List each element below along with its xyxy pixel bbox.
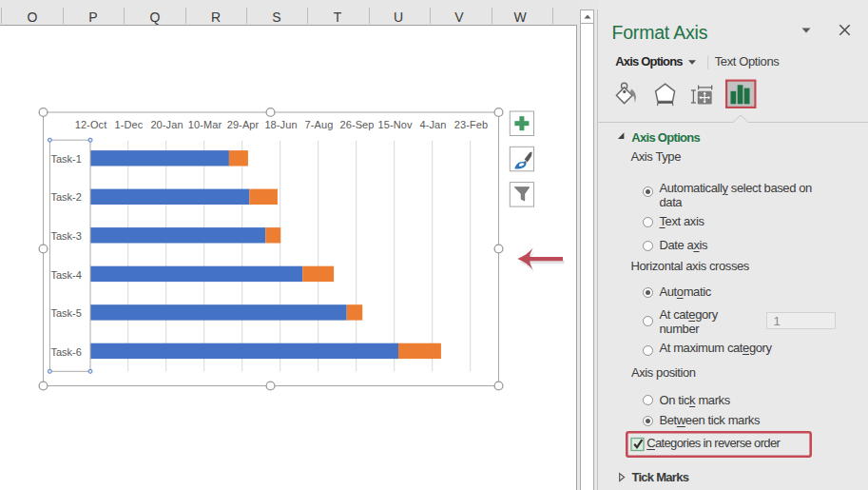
svg-text:7-Aug: 7-Aug xyxy=(305,119,334,130)
svg-text:1-Dec: 1-Dec xyxy=(115,119,144,130)
svg-text:Task-2: Task-2 xyxy=(51,191,82,203)
svg-text:15-Nov: 15-Nov xyxy=(377,119,412,130)
svg-text:Task-3: Task-3 xyxy=(51,230,82,242)
svg-text:23-Feb: 23-Feb xyxy=(454,119,488,130)
svg-text:Task-1: Task-1 xyxy=(51,153,82,165)
svg-text:29-Apr: 29-Apr xyxy=(227,119,260,130)
svg-text:Task-4: Task-4 xyxy=(51,269,82,281)
svg-text:4-Jan: 4-Jan xyxy=(419,119,446,130)
svg-text:12-Oct: 12-Oct xyxy=(75,119,107,130)
svg-text:26-Sep: 26-Sep xyxy=(339,119,374,130)
svg-text:Task-6: Task-6 xyxy=(51,346,82,358)
svg-text:18-Jun: 18-Jun xyxy=(264,119,297,130)
svg-text:20-Jan: 20-Jan xyxy=(150,119,183,130)
svg-text:10-Mar: 10-Mar xyxy=(188,119,222,130)
svg-text:Task-5: Task-5 xyxy=(51,307,82,319)
